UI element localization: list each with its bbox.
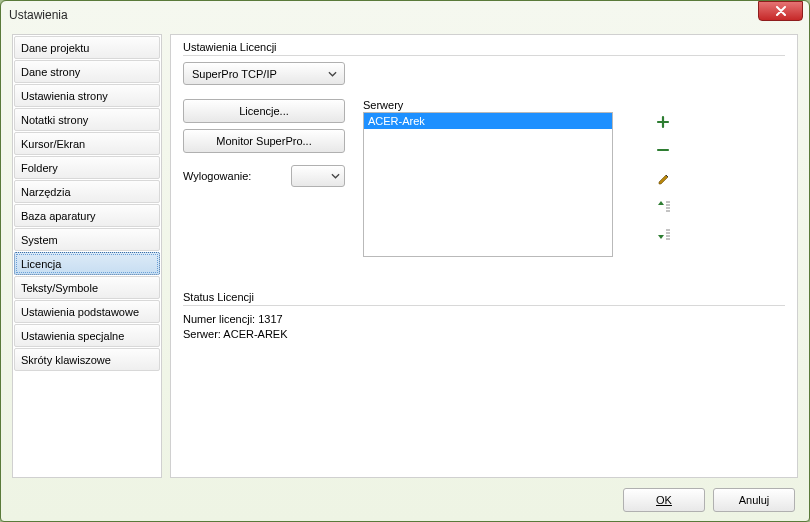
sidebar-item-baza-aparatury[interactable]: Baza aparatury — [14, 204, 160, 227]
sidebar-item-teksty-symbole[interactable]: Teksty/Symbole — [14, 276, 160, 299]
settings-dialog: Ustawienia Dane projektuDane stronyUstaw… — [0, 0, 810, 522]
ok-label: OK — [656, 494, 672, 506]
pencil-icon — [656, 171, 670, 185]
license-type-value: SuperPro TCP/IP — [192, 68, 324, 80]
move-down-button[interactable] — [654, 225, 672, 243]
sidebar-item-skr-ty-klawiszowe[interactable]: Skróty klawiszowe — [14, 348, 160, 371]
divider — [183, 305, 785, 306]
divider — [183, 55, 785, 56]
sidebar-item-licencja[interactable]: Licencja — [14, 252, 160, 275]
sidebar-item-system[interactable]: System — [14, 228, 160, 251]
license-server-line: Serwer: ACER-AREK — [183, 327, 785, 342]
sidebar-item-ustawienia-specjalne[interactable]: Ustawienia specjalne — [14, 324, 160, 347]
license-status-label: Status Licencji — [183, 291, 785, 303]
ok-button[interactable]: OK — [623, 488, 705, 512]
servers-label: Serwery — [363, 99, 633, 111]
add-server-button[interactable] — [654, 113, 672, 131]
licenses-button[interactable]: Licencje... — [183, 99, 345, 123]
close-button[interactable] — [758, 1, 803, 21]
server-list-item[interactable]: ACER-Arek — [364, 113, 612, 129]
logout-label: Wylogowanie: — [183, 170, 283, 182]
sidebar-item-narz-dzia[interactable]: Narzędzia — [14, 180, 160, 203]
category-sidebar: Dane projektuDane stronyUstawienia stron… — [12, 34, 162, 478]
minus-icon — [656, 143, 670, 157]
monitor-superpro-button[interactable]: Monitor SuperPro... — [183, 129, 345, 153]
license-type-combo[interactable]: SuperPro TCP/IP — [183, 62, 345, 85]
sidebar-item-foldery[interactable]: Foldery — [14, 156, 160, 179]
arrow-up-icon — [656, 199, 670, 213]
move-up-button[interactable] — [654, 197, 672, 215]
servers-listbox[interactable]: ACER-Arek — [363, 112, 613, 257]
content-panel: Ustawienia Licencji SuperPro TCP/IP Lice… — [170, 34, 798, 478]
sidebar-item-notatki-strony[interactable]: Notatki strony — [14, 108, 160, 131]
sidebar-item-dane-strony[interactable]: Dane strony — [14, 60, 160, 83]
arrow-down-icon — [656, 227, 670, 241]
server-toolbar — [651, 99, 675, 257]
window-title: Ustawienia — [7, 8, 803, 22]
logout-combo[interactable] — [291, 165, 345, 187]
close-icon — [775, 6, 787, 16]
remove-server-button[interactable] — [654, 141, 672, 159]
license-number-line: Numer licencji: 1317 — [183, 312, 785, 327]
sidebar-item-dane-projektu[interactable]: Dane projektu — [14, 36, 160, 59]
sidebar-item-ustawienia-podstawowe[interactable]: Ustawienia podstawowe — [14, 300, 160, 323]
sidebar-item-kursor-ekran[interactable]: Kursor/Ekran — [14, 132, 160, 155]
chevron-down-icon — [331, 173, 340, 179]
titlebar: Ustawienia — [1, 1, 809, 29]
sidebar-item-ustawienia-strony[interactable]: Ustawienia strony — [14, 84, 160, 107]
chevron-down-icon — [324, 71, 340, 77]
edit-server-button[interactable] — [654, 169, 672, 187]
license-settings-label: Ustawienia Licencji — [183, 41, 785, 53]
cancel-button[interactable]: Anuluj — [713, 488, 795, 512]
plus-icon — [656, 115, 670, 129]
dialog-footer: OK Anuluj — [623, 488, 795, 512]
